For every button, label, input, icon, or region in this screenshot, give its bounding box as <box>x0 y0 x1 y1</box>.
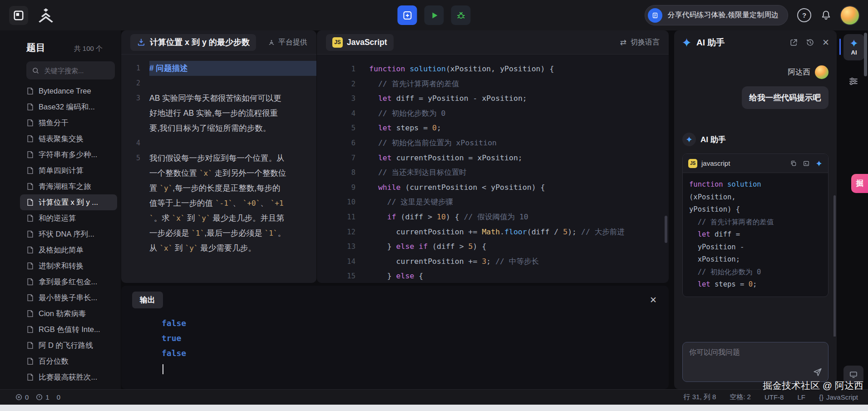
markdown-line: 3AB 实验同学每天都很苦恼如何可以更好地进行 AB 实验,每一步的流程很重要,… <box>121 91 316 136</box>
ai-code-line: (xPosition, <box>689 191 822 204</box>
editor-scrollbar[interactable] <box>665 216 667 243</box>
js-badge-icon: JS <box>688 159 697 168</box>
problem-list-item[interactable]: 字符串有多少种... <box>20 147 117 163</box>
problem-list-item[interactable]: Bytedance Tree <box>20 83 117 99</box>
problem-item-label: 进制求和转换 <box>39 261 84 271</box>
export-icon[interactable] <box>789 38 798 47</box>
line-number: 6 <box>317 136 369 151</box>
switch-language-button[interactable]: ⇄ 切换语言 <box>620 38 660 47</box>
problem-list-item[interactable]: 阿 D 的飞行路线 <box>20 337 117 353</box>
run-button[interactable] <box>424 5 444 25</box>
info-counter[interactable]: 0 <box>57 393 60 401</box>
provider-text: 平台提供 <box>278 38 307 47</box>
line-number: 4 <box>317 106 369 121</box>
problem-item-label: Cion 勒索病毒 <box>39 309 86 319</box>
encoding-setting[interactable]: UTF-8 <box>764 393 784 401</box>
cursor-position[interactable]: 行 31, 列 8 <box>684 393 716 401</box>
problem-list-item[interactable]: 简单四则计算 <box>20 163 117 178</box>
output-panel: 输出 ✕ falsetruefalse <box>121 286 669 389</box>
problem-list-item[interactable]: 最小替换子串长... <box>20 290 117 306</box>
problem-list-item[interactable]: RGB 色值转 Inte... <box>20 322 117 337</box>
problem-content[interactable]: 1# 问题描述23AB 实验同学每天都很苦恼如何可以更好地进行 AB 实验,每一… <box>121 54 316 283</box>
problem-list-item[interactable]: 环状 DNA 序列... <box>20 226 117 242</box>
user-message-header: 阿达西 <box>682 65 829 79</box>
window-scrollbar[interactable] <box>864 33 867 76</box>
ai-panel-header: AI 助手 ✕ <box>674 30 837 54</box>
bell-icon[interactable] <box>820 10 832 21</box>
problem-list-item[interactable]: 青海湖租车之旅 <box>20 178 117 194</box>
warning-count: 1 <box>45 393 49 401</box>
error-counter[interactable]: 0 <box>15 393 29 401</box>
output-tab[interactable]: 输出 <box>132 292 163 308</box>
editor-content[interactable]: 1function solution(xPosition, yPosition)… <box>317 54 669 283</box>
language-tab[interactable]: JS JavaScript <box>326 34 394 51</box>
history-icon[interactable] <box>806 38 814 47</box>
code-block-actions <box>790 160 823 167</box>
problem-item-label: RGB 色值转 Inte... <box>39 325 100 335</box>
problem-list-item[interactable]: 链表聚集交换 <box>20 131 117 147</box>
document-icon <box>26 294 34 302</box>
eol-setting[interactable]: LF <box>797 393 805 401</box>
problem-title-tab[interactable]: 计算位置 x 到 y 的最少步数 <box>130 34 256 51</box>
problem-list-item[interactable]: 拿到最多红包金... <box>20 274 117 290</box>
warning-counter[interactable]: 1 <box>36 393 49 401</box>
problem-list-item[interactable]: 进制求和转换 <box>20 258 117 274</box>
search-input[interactable] <box>43 66 109 75</box>
submit-button[interactable] <box>398 5 417 25</box>
problem-list-item[interactable]: Cion 勒索病毒 <box>20 306 117 322</box>
problem-item-label: 阿 D 的飞行路线 <box>39 341 93 351</box>
problem-list-item[interactable]: 计算位置 x 到 y ... <box>20 194 117 210</box>
help-icon[interactable]: ? <box>797 8 811 22</box>
ai-code-line: function solution <box>689 178 822 191</box>
code-line: 3 let diff = yPosition - xPosition; <box>317 91 669 106</box>
document-icon <box>26 230 34 238</box>
problem-item-label: Bytedance Tree <box>39 87 91 95</box>
line-number: 8 <box>317 165 369 180</box>
document-icon <box>26 135 34 143</box>
ai-code-line: xPosition; <box>689 253 822 266</box>
problem-item-label: 最小替换子串长... <box>39 293 97 303</box>
magic-sparkle-icon[interactable] <box>815 160 823 167</box>
debug-button[interactable] <box>451 5 471 25</box>
send-icon[interactable] <box>813 367 823 377</box>
document-icon <box>26 326 34 333</box>
ai-scrollbar[interactable] <box>833 195 836 337</box>
problem-list-item[interactable]: 百分位数 <box>20 353 117 369</box>
code-line: 4 // 初始化步数为 0 <box>317 106 669 121</box>
problem-list-item[interactable]: 和的逆运算 <box>20 210 117 226</box>
promo-banner[interactable]: 分享代码练习体验,领限量定制周边 <box>645 5 788 25</box>
problem-list-item[interactable]: 比赛最高获胜次... <box>20 369 117 385</box>
app-logo[interactable] <box>9 6 28 25</box>
indentation-setting[interactable]: 空格: 2 <box>730 393 751 401</box>
problem-item-label: 比赛最高获胜次... <box>39 372 97 382</box>
event-badge[interactable]: 掘 <box>851 174 868 193</box>
ai-assistant-button[interactable]: AI <box>843 34 864 60</box>
problem-list-item[interactable]: 及格如此简单 <box>20 242 117 258</box>
line-number: 1 <box>317 62 369 77</box>
line-number: 11 <box>317 210 369 225</box>
close-icon[interactable]: ✕ <box>822 37 829 48</box>
problem-list-item[interactable]: 猫鱼分干 <box>20 115 117 131</box>
user-avatar[interactable] <box>841 6 859 25</box>
ai-code-line: yPosition) { <box>689 203 822 216</box>
insert-code-icon[interactable] <box>803 160 810 167</box>
search-box[interactable] <box>26 61 115 79</box>
document-icon <box>26 87 34 95</box>
problem-list-item[interactable]: Base32 编码和... <box>20 99 117 115</box>
swap-icon: ⇄ <box>620 38 626 47</box>
juejin-logo[interactable] <box>35 8 56 23</box>
settings-sliders-icon[interactable] <box>848 76 859 87</box>
problem-title: 计算位置 x 到 y 的最少步数 <box>150 37 250 48</box>
line-number: 12 <box>317 225 369 240</box>
copy-icon[interactable] <box>790 160 797 167</box>
language-mode[interactable]: {} JavaScript <box>819 393 858 401</box>
line-number: 14 <box>317 254 369 269</box>
line-number: 1 <box>121 61 149 76</box>
close-icon[interactable]: ✕ <box>650 296 657 304</box>
ai-input[interactable] <box>683 342 828 381</box>
user-message-row: 给我一些代码提示吧 <box>682 86 829 109</box>
document-icon <box>26 214 34 222</box>
watermark: 掘金技术社区 @ 阿达西 <box>763 379 863 392</box>
monitor-icon <box>849 370 858 379</box>
line-number: 3 <box>121 91 149 136</box>
